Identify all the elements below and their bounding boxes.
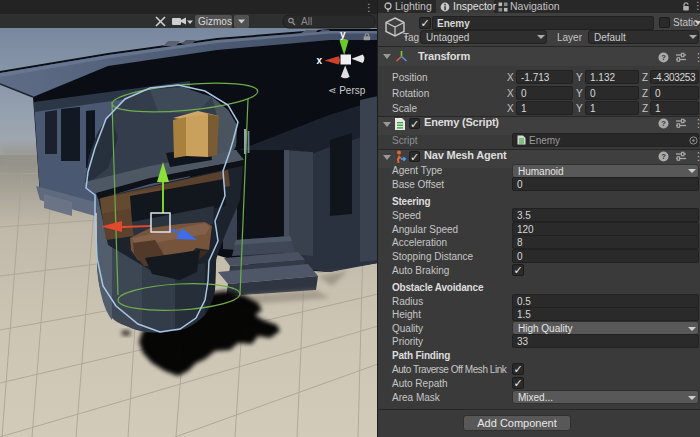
svg-text:?: ?	[661, 152, 666, 161]
svg-text:?: ?	[661, 53, 666, 62]
svg-text:⋖ Persp: ⋖ Persp	[328, 85, 366, 96]
svg-text:y: y	[340, 29, 346, 40]
svg-text:⋮: ⋮	[364, 2, 374, 13]
svg-text:x: x	[317, 55, 323, 66]
svg-text:Gizmos: Gizmos	[198, 16, 232, 27]
svg-text:?: ?	[661, 119, 666, 128]
svg-text:All: All	[301, 16, 312, 27]
